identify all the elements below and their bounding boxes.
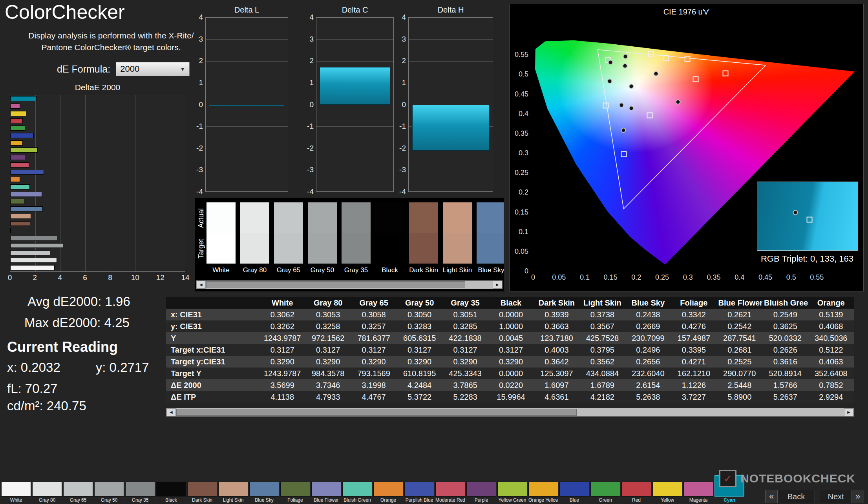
axis-tick-label: 0.2 — [519, 188, 528, 197]
axis-tick-label: 0.55 — [515, 51, 528, 59]
palette-swatch-green[interactable]: Green — [590, 482, 620, 503]
swatch-label: Magenta — [689, 497, 708, 503]
delta-l-y-axis: 43210-1-2-3-4 — [188, 17, 203, 192]
table-cell: 0.0000 — [488, 368, 534, 379]
scroll-thumb[interactable] — [206, 281, 465, 288]
palette-swatch-foliage[interactable]: Foliage — [280, 482, 310, 503]
scroll-left-button[interactable]: ◄ — [166, 408, 176, 416]
table-cell: 5.3722 — [397, 391, 442, 403]
table-cell: 0.3290 — [305, 356, 351, 368]
cie-target-marker — [603, 102, 609, 108]
strip-patches: WhiteGray 80Gray 65Gray 50Gray 35BlackDa… — [206, 202, 504, 274]
table-cell: 3.7865 — [442, 379, 488, 391]
palette-swatch-yellow[interactable]: Yellow — [652, 482, 682, 503]
palette-swatch-gray-50[interactable]: Gray 50 — [94, 482, 124, 503]
gridline — [160, 95, 160, 271]
cie-y-axis: 00.050.10.150.20.250.30.350.40.450.50.55 — [510, 35, 530, 271]
avg-de2000: Avg dE2000: 1.96 — [27, 294, 130, 309]
axis-tick-label: 3 — [402, 35, 406, 44]
deltae-bar-gray-50 — [10, 243, 63, 248]
palette-swatch-red[interactable]: Red — [621, 482, 651, 503]
swatch-color — [218, 482, 248, 497]
scroll-left-button[interactable]: ◄ — [196, 281, 206, 289]
deltae-bar-black — [10, 228, 11, 233]
table-cell: 125.3097 — [534, 368, 579, 379]
table-column-header: Blue Flower — [717, 297, 762, 309]
patch-swatch — [342, 202, 371, 264]
scroll-right-button[interactable]: ► — [844, 408, 853, 416]
palette-swatch-magenta[interactable]: Magenta — [683, 482, 713, 503]
palette-swatch-purple[interactable]: Purple — [466, 482, 496, 503]
palette-swatch-blue-sky[interactable]: Blue Sky — [249, 482, 279, 503]
palette-swatch-bluish-green[interactable]: Bluish Green — [342, 482, 372, 503]
table-cell: 4.4767 — [351, 391, 397, 403]
table-cell: 2.9294 — [808, 391, 854, 403]
palette-swatch-purplish-blue[interactable]: Purplish Blue — [404, 482, 434, 503]
palette-swatch-black[interactable]: Black — [156, 482, 186, 503]
swatch-label: Light Skin — [223, 497, 244, 503]
strip-patch-black: Black — [375, 202, 404, 274]
table-row-label: Target y:CIE31 — [166, 356, 259, 368]
gridline — [110, 95, 110, 271]
patch-label: White — [212, 266, 229, 274]
table-row-label: ΔE ITP — [166, 391, 259, 403]
palette-swatch-white[interactable]: White — [1, 482, 31, 503]
palette-swatch-gray-35[interactable]: Gray 35 — [125, 482, 155, 503]
deltae-bar-blue — [10, 133, 34, 138]
patch-target-color — [375, 233, 404, 264]
current-reading-heading: Current Reading — [7, 339, 118, 355]
next-button[interactable]: Next » — [820, 490, 864, 503]
swatch-label: White — [10, 497, 22, 503]
palette-swatch-orange[interactable]: Orange — [373, 482, 403, 503]
table-row-label: ΔE 2000 — [166, 379, 259, 391]
gridline — [316, 39, 393, 40]
strip-patch-white: White — [206, 202, 236, 274]
patch-label: Light Skin — [443, 266, 472, 274]
de-formula-dropdown[interactable]: 2000 ▼ — [116, 62, 190, 76]
palette-swatch-yellow-green[interactable]: Yellow Green — [497, 482, 527, 503]
table-column-header: Orange — [808, 297, 854, 309]
swatch-color — [94, 482, 124, 497]
table-cell: 290.0770 — [717, 368, 762, 379]
swatch-label: Foliage — [287, 497, 303, 503]
axis-tick-label: 1 — [199, 78, 203, 87]
strip-patch-gray-80: Gray 80 — [240, 202, 269, 274]
palette-swatch-moderate-red[interactable]: Moderate Red — [435, 482, 465, 503]
scroll-thumb[interactable] — [176, 409, 577, 416]
axis-tick-label: 0.2 — [631, 273, 641, 282]
axis-tick-label: -2 — [307, 144, 314, 153]
palette-swatch-dark-skin[interactable]: Dark Skin — [187, 482, 217, 503]
table-cell: 0.3285 — [442, 320, 488, 332]
axis-tick-label: 10 — [131, 273, 139, 282]
deltae-bar-foliage — [10, 199, 24, 204]
patch-target-color — [206, 233, 236, 264]
de-formula-value: 2000 — [120, 64, 139, 74]
strip-horizontal-scrollbar[interactable]: ◄ ► — [196, 280, 503, 289]
axis-tick-label: 0 — [524, 267, 528, 275]
axis-tick-label: 0.4 — [519, 109, 528, 118]
axis-tick-label: 0.55 — [810, 273, 824, 282]
palette-swatch-light-skin[interactable]: Light Skin — [218, 482, 248, 503]
swatch-color — [342, 482, 372, 497]
table-cell: 0.2669 — [625, 320, 671, 332]
table-cell: 0.5122 — [808, 344, 854, 356]
table-horizontal-scrollbar[interactable]: ◄ ► — [166, 408, 854, 417]
back-button[interactable]: « Back — [765, 490, 815, 503]
palette-swatch-gray-80[interactable]: Gray 80 — [32, 482, 62, 503]
gridline — [409, 61, 493, 62]
axis-tick-label: 0 — [199, 100, 203, 109]
palette-swatch-gray-65[interactable]: Gray 65 — [63, 482, 93, 503]
chevron-down-icon: ▼ — [180, 66, 185, 72]
axis-tick-label: 1 — [309, 78, 314, 87]
table-cell: 0.3258 — [305, 320, 351, 332]
cie-measured-marker — [629, 84, 634, 89]
table-column-header: Bluish Green — [762, 297, 808, 309]
palette-swatch-orange-yellow[interactable]: Orange Yellow — [528, 482, 558, 503]
palette-swatch-blue[interactable]: Blue — [559, 482, 589, 503]
axis-tick-label: -3 — [399, 166, 406, 174]
cie-measured-marker — [623, 54, 628, 59]
scroll-right-button[interactable]: ► — [493, 281, 502, 289]
palette-swatch-blue-flower[interactable]: Blue Flower — [311, 482, 341, 503]
delta-h-y-axis: 43210-1-2-3-4 — [391, 17, 406, 192]
table-cell: 1243.9787 — [259, 368, 305, 379]
